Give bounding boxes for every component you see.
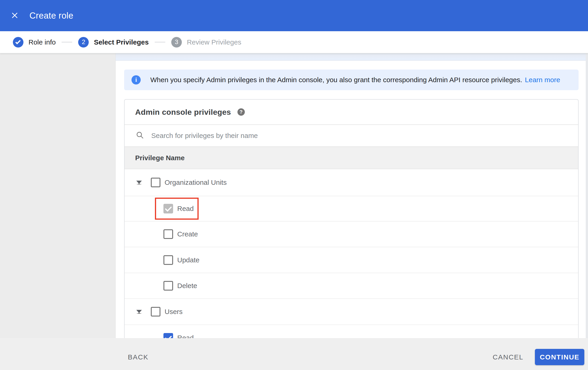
close-icon: [11, 11, 19, 20]
privilege-row-update: Update: [125, 247, 578, 273]
stepper: Role info 2 Select Privileges 3 Review P…: [0, 31, 588, 53]
scrolled-content-edge: [116, 53, 586, 60]
highlight-box: Read: [155, 198, 199, 220]
privilege-label: Delete: [177, 282, 197, 290]
banner-text: When you specify Admin privileges in the…: [150, 76, 522, 84]
step-number-circle: 2: [78, 37, 89, 48]
privileges-card: Admin console privileges ? Privilege Nam…: [124, 99, 578, 338]
step-review-privileges[interactable]: 3 Review Privileges: [171, 37, 241, 48]
step-select-privileges[interactable]: 2 Select Privileges: [78, 37, 148, 48]
appbar: Create role: [0, 0, 588, 31]
privilege-row-users: Users: [125, 299, 578, 325]
step-number-circle: 3: [171, 37, 182, 48]
privilege-row-delete: Delete: [125, 273, 578, 299]
step-label: Role info: [29, 38, 56, 46]
continue-button[interactable]: CONTINUE: [535, 349, 584, 365]
step-separator: [62, 42, 72, 42]
privilege-row-create: Create: [125, 221, 578, 247]
privilege-label: Update: [177, 256, 200, 264]
organizational-units-checkbox[interactable]: [151, 178, 160, 187]
step-label: Select Privileges: [94, 38, 148, 46]
create-checkbox[interactable]: [163, 229, 173, 239]
users-read-checkbox[interactable]: [163, 333, 173, 338]
privilege-label: Create: [177, 230, 198, 238]
checkmark-icon: [15, 39, 21, 44]
privilege-row-read: Read: [125, 196, 578, 221]
search-input[interactable]: [151, 132, 473, 140]
privilege-row-organizational-units: Organizational Units: [125, 169, 578, 196]
learn-more-link[interactable]: Learn more: [525, 76, 560, 84]
privilege-row-users-read: Read: [125, 325, 578, 338]
step-role-info[interactable]: Role info: [13, 37, 56, 48]
step-separator: [155, 42, 165, 42]
card-title: Admin console privileges: [135, 108, 231, 117]
privilege-label: Users: [165, 308, 182, 316]
privilege-label: Read: [177, 334, 194, 338]
update-checkbox[interactable]: [163, 255, 173, 265]
cancel-button[interactable]: CANCEL: [493, 353, 523, 361]
back-button[interactable]: BACK: [128, 353, 148, 361]
close-button[interactable]: [9, 10, 20, 21]
info-icon: i: [131, 75, 141, 84]
collapse-arrow-icon[interactable]: [136, 181, 142, 184]
search-icon: [136, 131, 144, 140]
left-sidebar: [0, 53, 116, 338]
privilege-label: Read: [177, 205, 194, 212]
step-label: Review Privileges: [187, 38, 241, 46]
footer-bar: BACK CANCEL CONTINUE: [0, 338, 588, 370]
collapse-arrow-icon[interactable]: [136, 310, 142, 313]
privilege-label: Organizational Units: [165, 179, 227, 186]
step-complete-circle: [13, 37, 23, 48]
page-title: Create role: [29, 11, 73, 21]
users-checkbox[interactable]: [151, 307, 160, 317]
help-icon[interactable]: ?: [237, 108, 245, 116]
scrollbar[interactable]: [586, 53, 588, 338]
info-banner: i When you specify Admin privileges in t…: [124, 70, 578, 90]
table-header: Privilege Name: [125, 147, 578, 169]
privilege-name-column-header: Privilege Name: [135, 154, 185, 162]
delete-checkbox[interactable]: [163, 281, 173, 290]
search-row: [125, 125, 578, 147]
card-heading: Admin console privileges ?: [125, 100, 578, 125]
read-checkbox[interactable]: [163, 204, 173, 213]
